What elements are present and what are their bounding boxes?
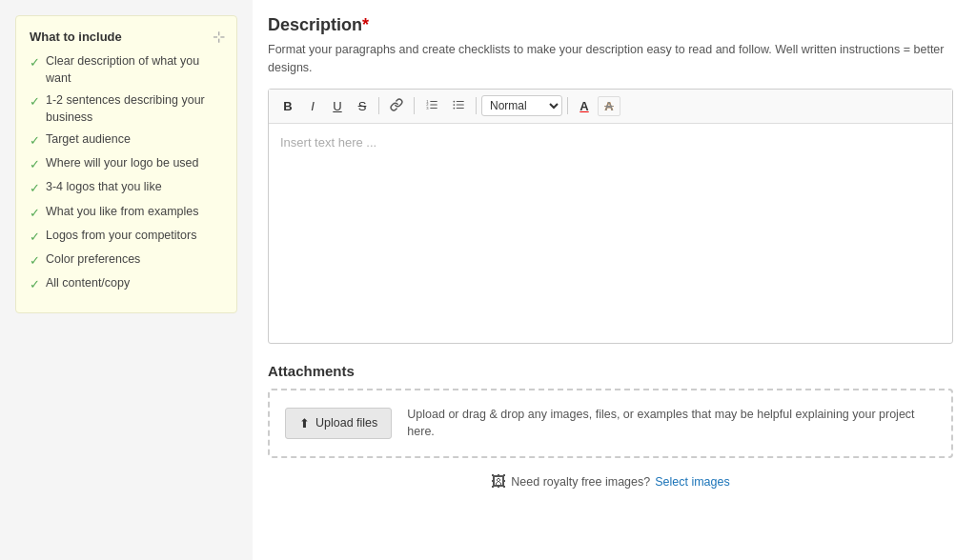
list-item: ✓ All content/copy [30, 275, 223, 293]
bold-button[interactable]: B [276, 96, 299, 116]
unordered-list-button[interactable] [446, 95, 471, 117]
list-item: ✓ Logos from your competitors [30, 228, 223, 246]
check-icon: ✓ [30, 54, 40, 71]
select-images-link[interactable]: Select images [655, 475, 730, 489]
toolbar-separator-2 [414, 97, 415, 114]
toolbar-separator-4 [567, 97, 568, 114]
list-item: ✓ Target audience [30, 131, 223, 150]
check-icon: ✓ [30, 156, 40, 173]
upload-icon: ⬆ [299, 416, 310, 430]
description-hint: Format your paragraphs and create checkl… [268, 41, 953, 77]
check-icon: ✓ [30, 93, 40, 110]
ordered-list-button[interactable]: 1 2 3 [419, 95, 444, 117]
upload-files-button[interactable]: ⬆ Upload files [285, 408, 392, 439]
check-icon: ✓ [30, 229, 40, 246]
list-item-label: Where will your logo be used [46, 155, 199, 172]
list-item-label: Clear description of what you want [46, 53, 223, 87]
upload-description: Upload or drag & drop any images, files,… [407, 406, 936, 442]
image-icon: 🖼 [491, 473, 506, 490]
svg-point-11 [453, 107, 455, 109]
editor-toolbar: B I U S 1 [269, 90, 952, 124]
drag-icon[interactable]: ⊹ [213, 28, 225, 46]
link-button[interactable] [384, 95, 409, 117]
list-item-label: What you like from examples [46, 204, 198, 221]
sidebar-box: What to include ⊹ ✓ Clear description of… [15, 15, 237, 313]
svg-point-9 [453, 100, 455, 102]
list-item: ✓ Color preferences [30, 251, 223, 270]
list-item-label: Color preferences [46, 251, 140, 269]
royalty-text: Need royalty free images? [511, 475, 650, 489]
list-item: ✓ 1-2 sentences describing your business [30, 92, 223, 126]
rich-text-editor: B I U S 1 [268, 89, 953, 344]
svg-text:3: 3 [426, 105, 429, 110]
toolbar-separator-3 [476, 97, 477, 114]
main-content: Description* Format your paragraphs and … [253, 0, 976, 560]
italic-button[interactable]: I [301, 96, 324, 116]
check-icon: ✓ [30, 252, 40, 270]
editor-placeholder: Insert text here ... [280, 135, 376, 150]
sidebar-title: What to include [30, 30, 223, 44]
check-icon: ✓ [30, 205, 40, 222]
editor-body[interactable]: Insert text here ... [269, 124, 952, 343]
sidebar: What to include ⊹ ✓ Clear description of… [0, 0, 253, 560]
strikethrough-button[interactable]: S [351, 96, 374, 116]
svg-point-10 [453, 104, 455, 106]
list-item-label: 1-2 sentences describing your business [46, 92, 223, 126]
list-item-label: 3-4 logos that you like [46, 179, 162, 196]
toolbar-separator [378, 97, 379, 114]
check-icon: ✓ [30, 276, 40, 293]
list-item-label: Logos from your competitors [46, 228, 196, 245]
royalty-row: 🖼 Need royalty free images? Select image… [268, 473, 953, 490]
attachments-section: Attachments ⬆ Upload files Upload or dra… [268, 363, 953, 491]
description-heading: Description* [268, 15, 953, 35]
attachments-dropzone[interactable]: ⬆ Upload files Upload or drag & drop any… [268, 389, 953, 459]
format-select[interactable]: Normal Heading 1 Heading 2 Heading 3 [481, 95, 562, 116]
underline-button[interactable]: U [326, 96, 349, 116]
checklist: ✓ Clear description of what you want ✓ 1… [30, 53, 223, 293]
attachments-title: Attachments [268, 363, 953, 379]
required-marker: * [362, 15, 369, 34]
list-item-label: Target audience [46, 131, 131, 149]
list-item: ✓ Clear description of what you want [30, 53, 223, 87]
check-icon: ✓ [30, 132, 40, 150]
description-section: Description* Format your paragraphs and … [268, 15, 953, 344]
list-item: ✓ What you like from examples [30, 204, 223, 222]
list-item-label: All content/copy [46, 275, 130, 292]
check-icon: ✓ [30, 180, 40, 197]
list-item: ✓ 3-4 logos that you like [30, 179, 223, 197]
font-color-button[interactable]: A [573, 96, 596, 116]
list-item: ✓ Where will your logo be used [30, 155, 223, 173]
font-highlight-button[interactable]: A [598, 96, 620, 116]
